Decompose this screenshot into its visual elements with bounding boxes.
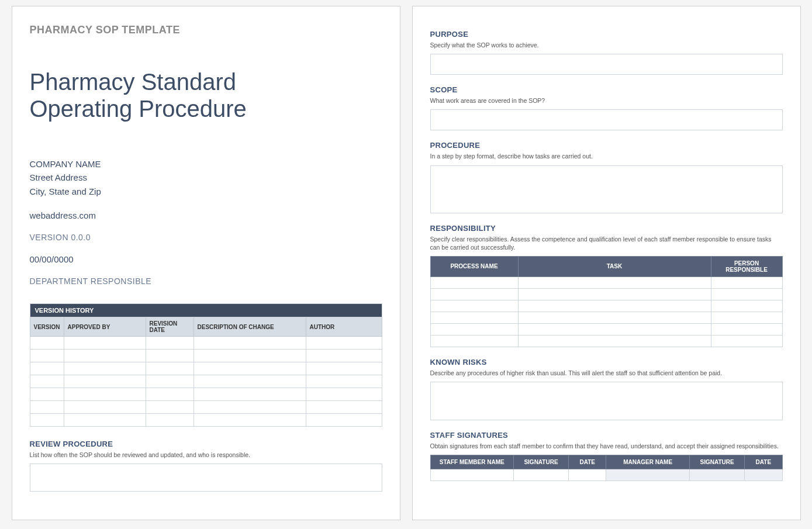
col-signature-2: SIGNATURE xyxy=(689,455,744,469)
table-row xyxy=(430,276,782,288)
procedure-desc: In a step by step format, describe how t… xyxy=(430,152,783,160)
purpose-heading: PURPOSE xyxy=(430,30,783,39)
page-2: PURPOSE Specify what the SOP works to ac… xyxy=(412,6,801,520)
col-date-1: DATE xyxy=(569,455,606,469)
version-history-table: VERSION HISTORY VERSION APPROVED BY REVI… xyxy=(30,303,382,427)
table-row xyxy=(430,469,782,481)
title-line-2: Operating Procedure xyxy=(30,96,247,122)
procedure-heading: PROCEDURE xyxy=(430,141,783,150)
review-procedure-desc: List how often the SOP should be reviewe… xyxy=(30,451,382,459)
table-row xyxy=(430,300,782,312)
review-procedure-input[interactable] xyxy=(30,464,382,492)
review-procedure-section: REVIEW PROCEDURE List how often the SOP … xyxy=(30,440,382,492)
title-line-1: Pharmacy Standard xyxy=(30,69,237,95)
col-staff-member-name: STAFF MEMBER NAME xyxy=(430,455,513,469)
page-1: PHARMACY SOP TEMPLATE Pharmacy Standard … xyxy=(12,6,400,520)
table-row xyxy=(30,350,382,362)
responsibility-section: RESPONSIBILITY Specify clear responsibil… xyxy=(430,224,783,347)
table-row xyxy=(430,323,782,335)
staff-signatures-section: STAFF SIGNATURES Obtain signatures from … xyxy=(430,431,783,481)
scope-heading: SCOPE xyxy=(430,85,783,94)
version-label: VERSION 0.0.0 xyxy=(30,233,382,242)
staff-signatures-heading: STAFF SIGNATURES xyxy=(430,431,783,440)
col-version: VERSION xyxy=(30,317,64,337)
col-task: TASK xyxy=(518,256,711,276)
known-risks-heading: KNOWN RISKS xyxy=(430,358,783,367)
version-history-title: VERSION HISTORY xyxy=(30,304,382,317)
review-procedure-heading: REVIEW PROCEDURE xyxy=(30,440,382,448)
signatures-table: STAFF MEMBER NAME SIGNATURE DATE MANAGER… xyxy=(430,455,783,481)
company-name: COMPANY NAME xyxy=(30,157,382,171)
department-responsible: DEPARTMENT RESPONSIBLE xyxy=(30,276,382,286)
table-row xyxy=(430,335,782,347)
scope-input[interactable] xyxy=(430,109,783,130)
table-row xyxy=(430,288,782,300)
col-revision-date: REVISION DATE xyxy=(146,317,194,337)
purpose-desc: Specify what the SOP works to achieve. xyxy=(430,41,783,49)
company-block: COMPANY NAME Street Address City, State … xyxy=(30,157,382,198)
procedure-input[interactable] xyxy=(430,165,783,213)
table-row xyxy=(30,388,382,401)
table-row xyxy=(30,337,382,350)
procedure-section: PROCEDURE In a step by step format, desc… xyxy=(430,141,783,213)
table-row xyxy=(30,375,382,388)
known-risks-input[interactable] xyxy=(430,382,783,420)
col-process-name: PROCESS NAME xyxy=(430,256,518,276)
col-description: DESCRIPTION OF CHANGE xyxy=(194,317,306,337)
table-row xyxy=(30,401,382,414)
document-title: Pharmacy Standard Operating Procedure xyxy=(30,68,382,122)
known-risks-section: KNOWN RISKS Describe any procedures of h… xyxy=(430,358,783,420)
date-placeholder: 00/00/0000 xyxy=(30,253,382,266)
col-author: AUTHOR xyxy=(306,317,382,337)
city-state-zip: City, State and Zip xyxy=(30,185,382,198)
street-address: Street Address xyxy=(30,171,382,184)
scope-desc: What work areas are covered in the SOP? xyxy=(430,96,783,105)
col-date-2: DATE xyxy=(745,455,782,469)
responsibility-desc: Specify clear responsibilities. Assess t… xyxy=(430,235,783,251)
template-header: PHARMACY SOP TEMPLATE xyxy=(30,24,382,36)
col-manager-name: MANAGER NAME xyxy=(606,455,690,469)
table-row xyxy=(30,414,382,427)
web-address: webaddress.com xyxy=(30,209,382,222)
scope-section: SCOPE What work areas are covered in the… xyxy=(430,85,783,130)
responsibility-table: PROCESS NAME TASK PERSON RESPONSIBLE xyxy=(430,256,783,347)
table-row xyxy=(430,312,782,323)
purpose-section: PURPOSE Specify what the SOP works to ac… xyxy=(430,30,783,75)
col-approved-by: APPROVED BY xyxy=(64,317,146,337)
responsibility-heading: RESPONSIBILITY xyxy=(430,224,783,233)
col-signature-1: SIGNATURE xyxy=(513,455,568,469)
staff-signatures-desc: Obtain signatures from each staff member… xyxy=(430,442,783,450)
known-risks-desc: Describe any procedures of higher risk t… xyxy=(430,369,783,377)
purpose-input[interactable] xyxy=(430,54,783,75)
col-person-responsible: PERSON RESPONSIBLE xyxy=(711,256,782,276)
table-row xyxy=(30,362,382,375)
